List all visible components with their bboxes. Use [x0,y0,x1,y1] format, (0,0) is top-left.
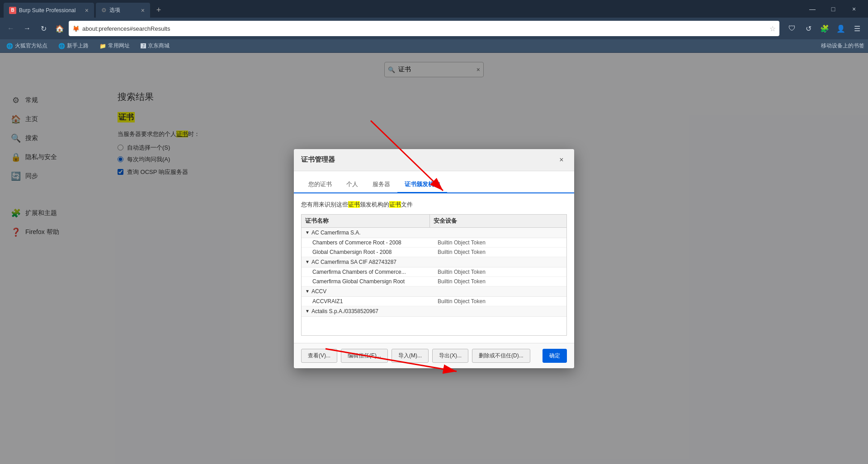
cert-dialog-close-button[interactable]: × [556,155,567,165]
forward-button[interactable]: → [20,21,34,36]
export-button[interactable]: 导出(X)... [432,349,468,363]
address-text: about:preferences#searchResults [82,25,767,32]
bookmark-label-2: 新手上路 [67,42,89,50]
cert-group-3: ▼ ACCV ACCVRAIZ1 Builtin Object Token [302,286,566,306]
col-header-expand [557,215,566,227]
bookmark-jd[interactable]: 🅹 京东商城 [138,41,172,51]
cert-row-2-2[interactable]: Camerfirma Global Chambersign Root Built… [302,277,566,286]
chevron-icon-1: ▼ [305,230,310,235]
tab-personal[interactable]: 个人 [339,177,365,193]
navigation-bar: ← → ↻ 🏠 🦊 about:preferences#searchResult… [0,18,868,39]
maximize-button[interactable]: □ [823,0,844,18]
cert-dialog-header: 证书管理器 × [294,149,574,171]
mobile-bookmarks[interactable]: 移动设备上的书签 [821,42,864,50]
desc-after: 文件 [401,201,413,208]
edit-trust-button[interactable]: 编辑信任(E)... [341,349,388,363]
cert-tabs: 您的证书 个人 服务器 证书颁发机构 [294,177,574,193]
title-bar: B Burp Suite Professional × ⚙ 选项 × + — □… [0,0,868,18]
main-content: 🔍 × ⚙ 常规 🏠 主页 🔍 [0,53,868,464]
bookmark-common-sites[interactable]: 📁 常用网址 [97,41,132,51]
cert-row-2-1[interactable]: Camerfirma Chambers of Commerce... Built… [302,267,566,277]
cert-group-name-4: Actalis S.p.A./03358520967 [311,308,378,314]
cert-table-body[interactable]: ▼ AC Camerfirma S.A. Chambers of Commerc… [301,227,567,336]
address-bar[interactable]: 🦊 about:preferences#searchResults ☆ [69,21,779,36]
bookmark-new-user[interactable]: 🌐 新手上路 [56,41,91,51]
bookmark-label-1: 火狐官方站点 [15,42,47,50]
view-button[interactable]: 查看(V)... [301,349,337,363]
cert-name-1-1: Chambers of Commerce Root - 2008 [312,239,438,246]
menu-icon[interactable]: ☰ [850,21,864,36]
desc-highlight1: 证书 [348,201,360,208]
cert-group-header-1[interactable]: ▼ AC Camerfirma S.A. [302,228,566,238]
cert-group-name-1: AC Camerfirma S.A. [311,230,361,236]
burp-tab-close[interactable]: × [85,7,89,14]
profile-icon[interactable]: 👤 [834,21,848,36]
cert-group-1: ▼ AC Camerfirma S.A. Chambers of Commerc… [302,228,566,257]
cert-dialog-buttons: 查看(V)... 编辑信任(E)... 导入(M)... 导出(X)... 删除… [294,343,574,368]
cert-device-3-1: Builtin Object Token [438,298,563,305]
cert-dialog-description: 您有用来识别这些证书颁发机构的证书文件 [301,201,567,209]
tab-authorities[interactable]: 证书颁发机构 [397,177,447,193]
browser-window: B Burp Suite Professional × ⚙ 选项 × + — □… [0,0,868,464]
tab-options[interactable]: ⚙ 选项 × [96,3,150,18]
refresh-icon[interactable]: ↺ [801,21,816,36]
cert-group-header-2[interactable]: ▼ AC Camerfirma SA CIF A82743287 [302,257,566,267]
delete-button[interactable]: 删除或不信任(D)... [472,349,530,363]
shield-icon[interactable]: 🛡 [785,21,799,36]
chevron-icon-3: ▼ [305,289,310,294]
cert-dialog-content: 您有用来识别这些证书颁发机构的证书文件 证书名称 安全设备 ▼ [294,193,574,343]
cert-device-1-1: Builtin Object Token [438,239,563,246]
import-button[interactable]: 导入(M)... [392,349,429,363]
burp-tab-label: Burp Suite Professional [19,7,75,14]
options-tab-icon: ⚙ [101,7,107,14]
cert-group-4: ▼ Actalis S.p.A./03358520967 [302,306,566,317]
cert-group-name-2: AC Camerfirma SA CIF A82743287 [311,259,396,265]
cert-name-1-2: Global Chambersign Root - 2008 [312,249,438,255]
desc-middle: 颁发机构的 [360,201,389,208]
close-button[interactable]: × [844,0,864,18]
modal-overlay: 证书管理器 × 您的证书 个人 服务器 证书颁发机构 [0,53,868,464]
cert-device-2-1: Builtin Object Token [438,269,563,275]
mobile-bookmarks-label: 移动设备上的书签 [821,42,864,49]
cert-name-2-1: Camerfirma Chambers of Commerce... [312,269,438,275]
tab-your-certs-label: 您的证书 [308,181,332,187]
bookmark-label-4: 京东商城 [148,42,170,50]
back-button[interactable]: ← [4,21,18,36]
cert-row-3-1[interactable]: ACCVRAIZ1 Builtin Object Token [302,297,566,306]
extensions-icon[interactable]: 🧩 [817,21,832,36]
desc-highlight2: 证书 [389,201,401,208]
bookmark-icon-3: 📁 [99,43,106,49]
cert-manager-dialog: 证书管理器 × 您的证书 个人 服务器 证书颁发机构 [294,149,574,368]
bookmark-star-icon[interactable]: ☆ [769,24,776,33]
bookmarks-bar: 🌐 火狐官方站点 🌐 新手上路 📁 常用网址 🅹 京东商城 移动设备上的书签 [0,39,868,53]
reload-button[interactable]: ↻ [36,21,51,36]
cert-name-2-2: Camerfirma Global Chambersign Root [312,278,438,285]
cert-group-header-3[interactable]: ▼ ACCV [302,286,566,297]
options-tab-close[interactable]: × [141,7,145,14]
tab-personal-label: 个人 [346,181,358,187]
new-tab-button[interactable]: + [152,4,165,17]
chevron-icon-2: ▼ [305,259,310,264]
burp-tab-icon: B [9,7,16,14]
col-header-name: 证书名称 [302,215,430,227]
desc-before: 您有用来识别这些 [301,201,348,208]
cert-row-1-2[interactable]: Global Chambersign Root - 2008 Builtin O… [302,248,566,257]
tab-server-label: 服务器 [373,181,390,187]
nav-right-buttons: 🛡 ↺ 🧩 👤 ☰ [785,21,864,36]
tab-burp-suite[interactable]: B Burp Suite Professional × [4,3,94,18]
tab-your-certs[interactable]: 您的证书 [301,177,339,193]
minimize-button[interactable]: — [802,0,823,18]
col-header-device: 安全设备 [430,215,558,227]
cert-group-header-4[interactable]: ▼ Actalis S.p.A./03358520967 [302,306,566,317]
cert-dialog-title: 证书管理器 [301,155,335,164]
cert-row-1-1[interactable]: Chambers of Commerce Root - 2008 Builtin… [302,238,566,248]
tab-server[interactable]: 服务器 [365,177,397,193]
home-button[interactable]: 🏠 [52,21,67,36]
bookmark-label-3: 常用网址 [108,42,130,50]
ok-button[interactable]: 确定 [542,349,567,363]
cert-group-name-3: ACCV [311,288,326,295]
bookmark-firefox-site[interactable]: 🌐 火狐官方站点 [4,41,50,51]
window-controls: — □ × [802,0,864,18]
cert-device-2-2: Builtin Object Token [438,278,563,285]
chevron-icon-4: ▼ [305,309,310,314]
